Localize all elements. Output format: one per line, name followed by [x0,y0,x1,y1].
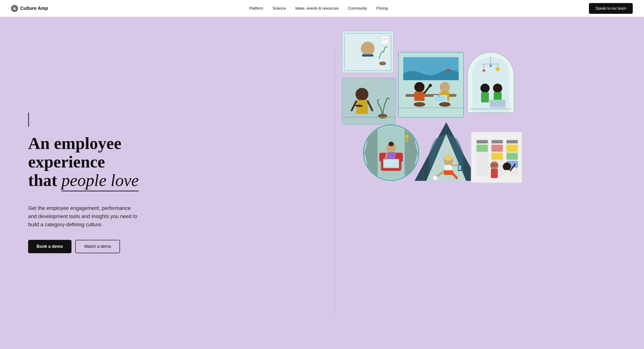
svg-rect-6 [382,36,388,44]
svg-point-40 [480,84,490,93]
svg-point-42 [493,84,502,93]
navigation: Culture Amp Platform Science Ideas, even… [0,0,644,17]
svg-rect-41 [481,92,489,102]
nav-community[interactable]: Community [348,6,367,10]
svg-rect-78 [477,140,488,143]
hero-title: An employeeexperiencethat people love [28,134,316,190]
hero-title-italic: people love [62,171,139,190]
svg-point-20 [414,82,424,92]
svg-rect-27 [434,96,446,102]
svg-rect-82 [492,145,503,152]
svg-rect-12 [356,100,368,114]
svg-point-70 [443,157,445,159]
illustration-container [335,17,644,349]
svg-rect-80 [506,153,518,159]
svg-line-68 [452,165,458,166]
hero-description: Get the employee engagement, performance… [28,204,140,229]
svg-point-52 [389,142,393,145]
svg-point-15 [378,114,387,118]
svg-rect-75 [476,139,488,176]
book-demo-button[interactable]: Book a demo [28,240,72,253]
panel-person-plant [342,78,396,125]
nav-ideas[interactable]: Ideas, events & resources [295,6,339,10]
svg-point-0 [13,6,16,10]
svg-rect-77 [492,140,503,143]
panel-arch-window [467,52,514,113]
svg-rect-86 [504,170,510,178]
svg-rect-45 [490,100,505,106]
svg-rect-67 [458,165,461,170]
svg-point-11 [356,88,368,101]
logo-icon [11,5,18,12]
svg-rect-53 [387,152,396,160]
svg-point-3 [361,42,375,55]
svg-point-30 [439,102,450,107]
svg-point-71 [452,157,454,159]
speak-to-team-button[interactable]: Speak to our team [589,3,633,14]
svg-point-38 [496,67,500,71]
svg-rect-79 [506,145,518,152]
svg-rect-76 [506,140,518,143]
accent-line [28,113,29,127]
nav-science[interactable]: Science [272,6,286,10]
svg-rect-88 [491,169,498,178]
nav-pricing[interactable]: Pricing [376,6,388,10]
svg-rect-83 [492,153,503,159]
nav-links: Platform Science Ideas, events & resourc… [249,6,388,10]
hero-section: An employeeexperiencethat people love Ge… [0,17,644,349]
panel-todo-board [471,132,522,183]
svg-point-24 [440,82,450,92]
svg-rect-84 [477,145,488,152]
svg-point-5 [379,62,386,65]
svg-rect-55 [384,160,398,167]
logo[interactable]: Culture Amp [11,5,48,12]
svg-point-29 [414,102,425,107]
logo-text: Culture Amp [20,6,48,11]
watch-demo-button[interactable]: Watch a demo [75,240,120,253]
panel-tent-working [412,120,480,186]
svg-point-69 [433,176,438,180]
svg-rect-4 [362,54,374,57]
panel-circle-working [363,125,419,181]
svg-point-85 [503,163,511,171]
hero-buttons: Book a demo Watch a demo [28,240,316,253]
hero-content: An employeeexperiencethat people love Ge… [0,17,335,349]
svg-rect-65 [444,170,453,175]
nav-platform[interactable]: Platform [249,6,264,10]
svg-point-57 [405,134,409,138]
panel-desk-collaboration [398,52,464,118]
hero-illustrations [335,17,644,349]
svg-point-23 [429,84,432,87]
panel-video-call [342,31,394,73]
svg-rect-21 [414,92,424,101]
